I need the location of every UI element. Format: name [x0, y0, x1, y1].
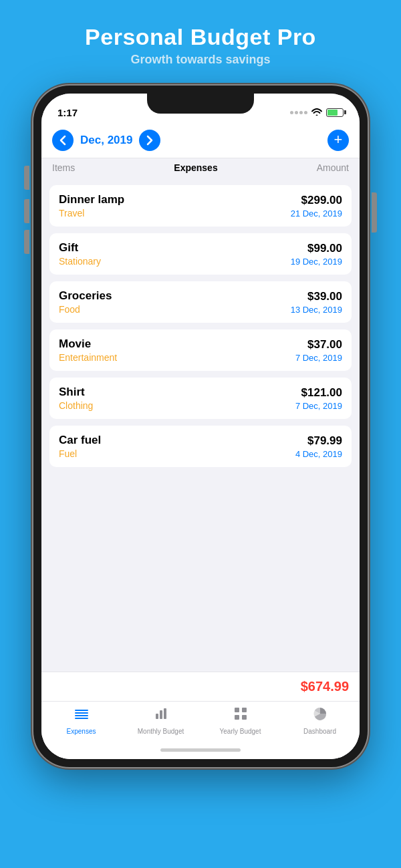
expense-left: Groceries Food: [59, 289, 112, 315]
item-date: 21 Dec, 2019: [291, 208, 342, 219]
total-amount: $674.99: [301, 679, 349, 694]
item-date: 7 Dec, 2019: [295, 353, 342, 363]
expense-right: $39.00 13 Dec, 2019: [291, 290, 342, 315]
expense-left: Car fuel Fuel: [59, 434, 101, 459]
expense-item[interactable]: Shirt Clothing $121.00 7 Dec, 2019: [49, 378, 352, 419]
expense-right: $37.00 7 Dec, 2019: [295, 338, 342, 363]
expense-left: Dinner lamp Travel: [59, 193, 124, 219]
status-icons: [290, 107, 344, 118]
expenses-icon: [74, 706, 90, 726]
prev-month-button[interactable]: [52, 130, 74, 151]
expense-right: $121.00 7 Dec, 2019: [295, 386, 342, 411]
tab-bar: Expenses Monthly Budget Yearly Budget Da…: [41, 701, 360, 740]
signal-icon: [290, 111, 307, 114]
svg-rect-4: [156, 714, 158, 719]
tab-monthly-label: Monthly Budget: [138, 728, 184, 735]
yearly-icon: [233, 706, 249, 726]
battery-icon: [326, 108, 344, 117]
phone-frame: 1:17: [33, 86, 368, 767]
expense-item[interactable]: Gift Stationary $99.00 19 Dec, 2019: [49, 233, 352, 275]
current-month: Dec, 2019: [80, 134, 132, 147]
add-expense-button[interactable]: +: [327, 130, 349, 151]
svg-rect-9: [235, 715, 239, 720]
tab-expenses[interactable]: Expenses: [41, 706, 121, 735]
notch: [147, 94, 254, 114]
item-name: Movie: [59, 337, 117, 351]
expense-item[interactable]: Car fuel Fuel $79.99 4 Dec, 2019: [49, 426, 352, 467]
item-category: Travel: [59, 208, 124, 219]
svg-rect-8: [242, 708, 247, 712]
item-category: Fuel: [59, 448, 101, 459]
item-category: Entertainment: [59, 352, 117, 363]
svg-rect-0: [75, 715, 88, 716]
next-month-button[interactable]: [139, 130, 160, 151]
expense-item[interactable]: Dinner lamp Travel $299.00 21 Dec, 2019: [49, 185, 352, 227]
item-amount: $99.00: [291, 242, 342, 255]
column-headers: Items Expenses Amount: [41, 158, 360, 177]
tab-yearly[interactable]: Yearly Budget: [200, 706, 280, 735]
battery-fill: [327, 110, 338, 116]
phone-inner: 1:17: [41, 94, 360, 759]
svg-rect-7: [235, 708, 239, 712]
app-subtitle: Growth towards savings: [85, 53, 316, 67]
item-category: Clothing: [59, 400, 93, 411]
item-name: Car fuel: [59, 434, 101, 447]
expense-item[interactable]: Groceries Food $39.00 13 Dec, 2019: [49, 281, 352, 323]
svg-rect-6: [164, 708, 166, 719]
col-amount: Amount: [317, 162, 349, 173]
item-name: Groceries: [59, 289, 112, 303]
item-date: 13 Dec, 2019: [291, 305, 342, 315]
item-category: Food: [59, 304, 112, 315]
expense-right: $299.00 21 Dec, 2019: [291, 194, 342, 219]
expense-left: Movie Entertainment: [59, 337, 117, 363]
expense-right: $99.00 19 Dec, 2019: [291, 242, 342, 267]
home-bar: [160, 748, 241, 752]
expense-left: Shirt Clothing: [59, 386, 93, 411]
item-amount: $121.00: [295, 386, 342, 400]
tab-monthly[interactable]: Monthly Budget: [121, 706, 200, 735]
tab-expenses-label: Expenses: [67, 728, 96, 735]
svg-rect-2: [75, 710, 88, 711]
expense-right: $79.99 4 Dec, 2019: [295, 434, 342, 459]
item-name: Shirt: [59, 386, 93, 399]
tab-dashboard[interactable]: Dashboard: [280, 706, 360, 735]
svg-rect-1: [75, 712, 88, 714]
status-time: 1:17: [57, 107, 78, 118]
item-category: Stationary: [59, 256, 101, 267]
col-items: Items: [52, 162, 75, 173]
tab-dashboard-label: Dashboard: [303, 728, 336, 735]
total-bar: $674.99: [41, 672, 360, 701]
col-expenses: Expenses: [174, 162, 217, 173]
item-date: 7 Dec, 2019: [295, 401, 342, 411]
app-header: Personal Budget Pro Growth towards savin…: [72, 0, 329, 80]
screen-content: Dec, 2019 + Items Expenses Amount Dinner…: [41, 123, 360, 759]
svg-rect-5: [160, 710, 162, 719]
expense-left: Gift Stationary: [59, 241, 101, 267]
wifi-icon: [311, 107, 322, 118]
dashboard-icon: [312, 706, 328, 726]
expense-item[interactable]: Movie Entertainment $37.00 7 Dec, 2019: [49, 329, 352, 371]
expense-list: Dinner lamp Travel $299.00 21 Dec, 2019 …: [41, 177, 360, 672]
nav-bar: Dec, 2019 +: [41, 123, 360, 158]
item-amount: $79.99: [295, 434, 342, 448]
item-date: 19 Dec, 2019: [291, 257, 342, 267]
item-amount: $37.00: [295, 338, 342, 351]
svg-rect-3: [75, 718, 88, 719]
item-date: 4 Dec, 2019: [295, 449, 342, 459]
tab-yearly-label: Yearly Budget: [220, 728, 261, 735]
item-amount: $299.00: [291, 194, 342, 207]
item-amount: $39.00: [291, 290, 342, 303]
item-name: Dinner lamp: [59, 193, 124, 206]
item-name: Gift: [59, 241, 101, 255]
svg-rect-10: [242, 715, 247, 720]
home-indicator: [41, 740, 360, 759]
app-title: Personal Budget Pro: [85, 24, 316, 50]
monthly-icon: [153, 706, 169, 726]
